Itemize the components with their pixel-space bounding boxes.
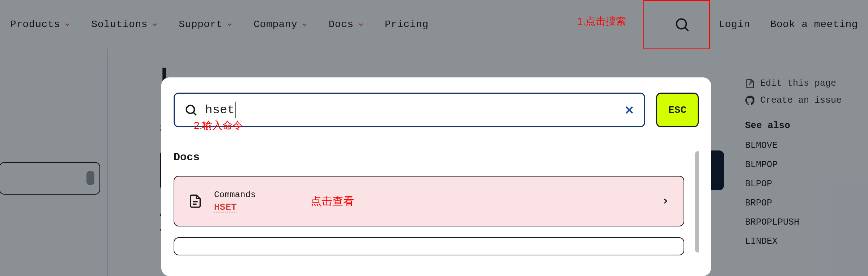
scrollbar-thumb[interactable] [695,151,699,252]
see-also-item[interactable]: BLMOVE [745,140,868,151]
nav-label: Products [10,19,60,30]
edit-icon [745,78,755,89]
svg-point-0 [677,19,686,29]
sidebar-block [0,49,107,114]
create-issue-link[interactable]: Create an issue [745,95,868,106]
nav-products[interactable]: Products [10,19,71,30]
svg-point-2 [186,105,194,113]
nav-label: Docs [328,19,353,30]
text-caret [235,102,236,118]
search-value: hset [205,103,235,117]
see-also-item[interactable]: LINDEX [745,236,868,247]
nav-login[interactable]: Login [719,19,750,30]
annotation-step3: 点击查看 [311,194,354,209]
chevron-down-icon [357,21,365,28]
nav-solutions[interactable]: Solutions [91,19,158,30]
document-icon [188,194,203,208]
chevron-down-icon [151,21,158,28]
search-icon [674,16,690,33]
chevron-right-icon [661,197,670,205]
nav-label: Solutions [91,19,148,30]
github-icon [745,95,755,106]
svg-line-3 [193,112,196,115]
see-also-item[interactable]: BLPOP [745,179,868,189]
nav-pricing[interactable]: Pricing [385,19,429,30]
nav-label: Support [179,19,222,30]
esc-button[interactable]: ESC [656,93,699,127]
sidebar-select[interactable] [0,162,100,195]
svg-line-1 [685,27,688,31]
nav-docs[interactable]: Docs [328,19,364,30]
nav-left: Products Solutions Support Company Docs [10,19,429,30]
edit-page-label: Edit this page [760,78,836,89]
esc-label: ESC [668,105,686,116]
result-crumb: Commands [214,190,256,200]
create-issue-label: Create an issue [760,95,842,106]
nav-support[interactable]: Support [179,19,233,30]
chevron-down-icon [64,21,71,28]
result-title: HSET [214,202,256,213]
scrollbar[interactable] [694,151,699,276]
search-result-hset[interactable]: Commands HSET 点击查看 [174,176,684,226]
nav-book-meeting[interactable]: Book a meeting [770,19,858,30]
clear-icon[interactable] [624,105,635,115]
search-dialog: hset ESC 2.输入命令 Docs Commands HSET 点击查看 [161,77,711,276]
search-icon [184,103,198,117]
search-button[interactable] [666,0,698,49]
right-sidebar: Edit this page Create an issue See also … [738,49,868,276]
nav-label: Pricing [385,19,429,30]
chevron-down-icon [301,21,308,28]
see-also-heading: See also [745,120,868,131]
results-section-title: Docs [174,151,699,164]
chevron-down-icon [226,21,233,28]
see-also-item[interactable]: BRPOPLPUSH [745,217,868,228]
search-field[interactable]: hset [174,93,645,127]
edit-page-link[interactable]: Edit this page [745,78,868,89]
top-nav: Products Solutions Support Company Docs [0,0,868,49]
left-sidebar [0,49,108,276]
nav-label: Company [254,19,297,30]
search-result-next[interactable] [174,237,684,255]
nav-right: Login Book a meeting [666,0,858,49]
see-also-item[interactable]: BRPOP [745,198,868,208]
see-also-item[interactable]: BLMPOP [745,160,868,170]
nav-company[interactable]: Company [254,19,308,30]
